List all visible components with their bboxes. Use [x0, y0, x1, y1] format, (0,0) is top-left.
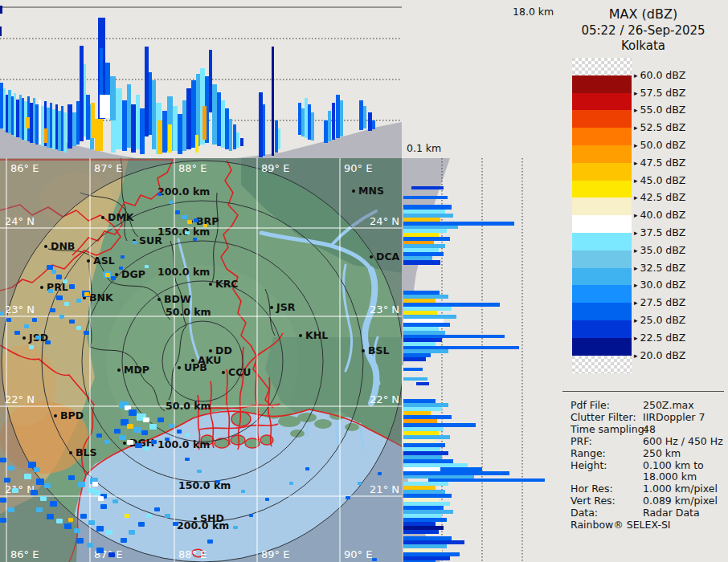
legend-band — [572, 145, 632, 163]
station-label: BPD — [60, 409, 84, 422]
legend-tick-arrow-icon: ▸ — [634, 264, 638, 272]
station-dot — [209, 283, 212, 286]
station-label: BNK — [89, 291, 114, 303]
station-label: JSR — [276, 301, 296, 313]
top-height-profile-panel[interactable] — [0, 0, 402, 158]
legend-tick-arrow-icon: ▸ — [634, 246, 638, 255]
svg-text:23° N: 23° N — [370, 303, 399, 316]
legend-entry-label: ▸47.5 dBZ — [634, 157, 685, 169]
svg-text:150.0 km: 150.0 km — [157, 226, 210, 238]
ppi-map-panel[interactable]: 86° E86° E87° E87° E88° E88° E89° E89° E… — [0, 158, 402, 562]
station-dot — [370, 255, 373, 259]
right-height-profile-canvas — [402, 158, 558, 562]
legend-band — [572, 233, 632, 250]
legend-entry-label: ▸60.0 dBZ — [634, 69, 685, 81]
metadata-label: Range: — [571, 447, 606, 459]
legend-tick-arrow-icon: ▸ — [634, 159, 638, 167]
legend-band-checker — [572, 58, 632, 75]
legend-entry-label: ▸52.5 dBZ — [634, 121, 685, 133]
station-dot — [352, 189, 355, 193]
svg-text:24° N: 24° N — [370, 215, 399, 227]
svg-text:89° E: 89° E — [261, 548, 289, 560]
metadata-value: Radar Data — [643, 507, 700, 519]
metadata-label: PRF: — [571, 435, 592, 447]
height-axis-min-label: 0.1 km — [407, 142, 441, 154]
metadata-label: Pdf File: — [571, 399, 610, 411]
svg-text:87° E: 87° E — [94, 162, 122, 174]
legend-band — [572, 285, 632, 303]
svg-text:100.0 km: 100.0 km — [157, 266, 210, 278]
legend-band — [572, 320, 632, 338]
station-dot — [209, 349, 212, 352]
station-dot — [40, 286, 43, 289]
metadata-value: 250 km — [643, 447, 681, 459]
station-dot — [194, 517, 197, 520]
station-dot — [54, 414, 57, 417]
product-datetime: 05:22 / 26-Sep-2025 — [558, 23, 728, 38]
station-dot — [22, 336, 26, 340]
station-label: ASL — [93, 255, 115, 267]
metadata-value: 1.000 km/pixel — [643, 483, 718, 495]
station-dot — [115, 273, 118, 276]
metadata-label: Vert Res: — [571, 495, 616, 507]
legend-entry-label: ▸25.0 dBZ — [634, 314, 685, 326]
legend-entry-label: ▸35.0 dBZ — [634, 244, 685, 256]
station-label: BLS — [76, 446, 97, 458]
station-dot — [117, 369, 121, 372]
legend-tick-arrow-icon: ▸ — [634, 229, 638, 237]
legend-entry-label: ▸57.5 dBZ — [634, 87, 685, 99]
legend-entry-label: ▸55.0 dBZ — [634, 104, 685, 116]
legend-entry-label: ▸37.5 dBZ — [634, 226, 685, 238]
metadata-label: Hor Res: — [571, 483, 613, 495]
station-label: CCU — [228, 366, 252, 378]
legend-tick-arrow-icon: ▸ — [634, 211, 638, 219]
svg-text:21° N: 21° N — [5, 483, 35, 495]
legend-tick-arrow-icon: ▸ — [634, 177, 638, 185]
station-dot — [123, 442, 126, 445]
svg-text:88° E: 88° E — [178, 548, 207, 560]
metadata-value: 48 — [643, 423, 656, 435]
legend-band — [572, 75, 632, 93]
legend-band — [572, 128, 632, 145]
metadata-value: IIRDoppler 7 — [643, 411, 705, 423]
station-label: DCA — [376, 250, 400, 263]
legend-tick-arrow-icon: ▸ — [634, 334, 638, 342]
legend-tick-arrow-icon: ▸ — [634, 299, 638, 307]
metadata-value: 600 Hz / 450 Hz — [643, 435, 723, 447]
station-dot — [299, 334, 302, 337]
legend-tick-arrow-icon: ▸ — [634, 316, 638, 324]
legend-entry-label: ▸22.5 dBZ — [634, 332, 685, 344]
svg-text:88° E: 88° E — [178, 162, 207, 174]
station-dot — [270, 306, 273, 309]
legend-band — [572, 163, 632, 181]
legend-tick-arrow-icon: ▸ — [634, 89, 638, 97]
station-dot — [87, 259, 90, 263]
svg-text:89° E: 89° E — [261, 162, 289, 174]
legend-band — [572, 110, 632, 128]
legend-band — [572, 215, 632, 233]
legend-entry-label: ▸27.5 dBZ — [634, 296, 685, 308]
svg-text:24° N: 24° N — [5, 215, 35, 227]
top-height-profile-canvas — [0, 0, 402, 158]
svg-text:86° E: 86° E — [10, 548, 39, 560]
station-dot — [178, 366, 181, 369]
station-dot — [157, 298, 161, 301]
station-label: KHL — [305, 329, 328, 341]
svg-text:90° E: 90° E — [344, 162, 372, 174]
product-title: MAX (dBZ) — [558, 6, 728, 22]
metadata-label: Data: — [571, 507, 598, 519]
metadata-label: Time sampling: — [571, 423, 648, 435]
station-label: SUR — [139, 234, 162, 246]
station-label: KRC — [215, 278, 239, 290]
legend-tick-arrow-icon: ▸ — [634, 193, 638, 202]
right-height-profile-panel[interactable] — [402, 158, 558, 562]
svg-text:150.0 km: 150.0 km — [178, 479, 231, 491]
legend-tick-arrow-icon: ▸ — [634, 141, 638, 149]
station-dot — [362, 349, 365, 352]
svg-text:200.0 km: 200.0 km — [157, 185, 210, 198]
metadata-value: 250Z.max — [643, 399, 694, 411]
station-label: SHD — [200, 512, 224, 524]
info-sidebar: MAX (dBZ) 05:22 / 26-Sep-2025 Kolkata ▸6… — [558, 0, 728, 562]
legend-entry-label: ▸50.0 dBZ — [634, 139, 685, 151]
station-dot — [222, 371, 225, 374]
